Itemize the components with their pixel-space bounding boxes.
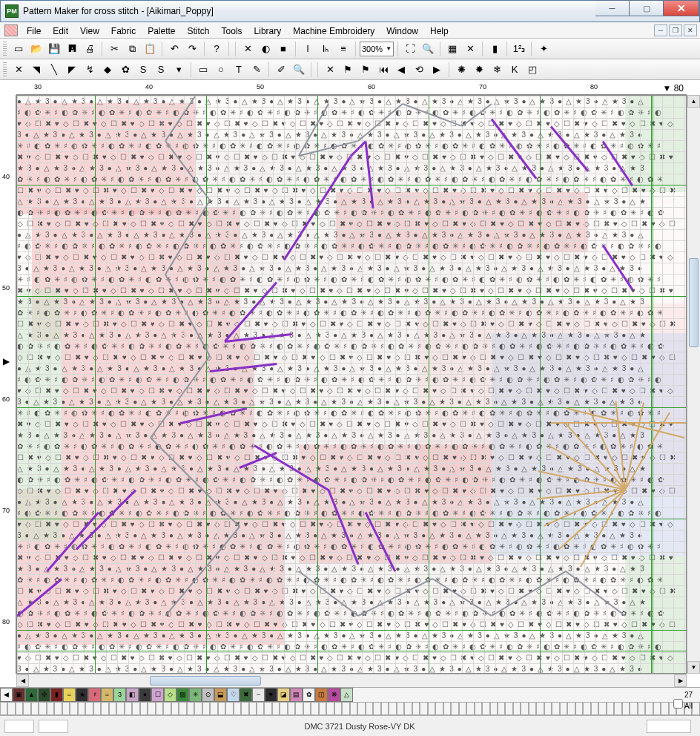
palette-cell[interactable] <box>179 702 186 716</box>
palette-cell[interactable] <box>350 702 357 716</box>
palette-cell[interactable] <box>171 702 179 716</box>
palette-prev-button[interactable]: ◀ <box>0 688 13 702</box>
palette-cell[interactable] <box>132 702 139 716</box>
palette-swatch-24[interactable]: ◫ <box>315 688 328 702</box>
palette-cell[interactable] <box>544 702 552 716</box>
help-icon[interactable]: ? <box>208 41 225 57</box>
zoom-combo[interactable]: 300%▼ <box>360 42 394 56</box>
hscroll-thumb[interactable] <box>150 676 261 686</box>
zoom-extents-icon[interactable]: 🔍 <box>420 41 436 57</box>
eyedrop-icon[interactable]: ✐ <box>273 62 289 78</box>
flag2-icon[interactable]: ⚑ <box>357 62 374 78</box>
close-button[interactable]: ✕ <box>664 0 699 16</box>
palette-cell[interactable] <box>575 702 583 716</box>
palette-cell[interactable] <box>234 702 241 716</box>
palette-cell[interactable] <box>272 702 280 716</box>
nav-rewind-icon[interactable]: ⟲ <box>411 62 427 78</box>
palette-cell[interactable] <box>428 702 435 716</box>
palette-swatch-21[interactable]: ◪ <box>277 688 290 702</box>
palette-cell[interactable] <box>140 702 148 716</box>
palette-cell[interactable] <box>225 702 233 716</box>
full-x-icon[interactable]: ✕ <box>10 62 27 78</box>
quarter-icon[interactable]: ╲ <box>46 62 62 78</box>
palette-all-checkbox[interactable] <box>673 699 683 709</box>
palette-cell[interactable] <box>645 702 653 716</box>
palette-swatch-14[interactable]: ✳ <box>189 688 202 702</box>
redo-icon[interactable]: ↷ <box>184 41 200 57</box>
info-icon[interactable]: I <box>300 41 316 57</box>
palette-cell[interactable] <box>62 702 70 716</box>
palette-cell[interactable] <box>85 702 93 716</box>
pattern-canvas[interactable]: ●△★3●△★3●△★3●△★3●△★3●△★3●△★3●△★3●△★3●△★3… <box>16 95 687 674</box>
palette-cell[interactable] <box>630 702 637 716</box>
palette-cell[interactable] <box>78 702 85 716</box>
palette-cell[interactable] <box>210 702 217 716</box>
palette-cell[interactable] <box>70 702 77 716</box>
palette-swatch-19[interactable]: − <box>252 688 265 702</box>
palette-swatch-17[interactable]: ♡ <box>227 688 240 702</box>
palette-cell[interactable] <box>381 702 389 716</box>
palette-swatch-3[interactable]: ▮ <box>50 688 63 702</box>
palette-cell[interactable] <box>536 702 544 716</box>
menu-stitch[interactable]: Stitch <box>182 24 216 39</box>
dropdown-icon[interactable]: ▾ <box>171 62 187 78</box>
palette-cell[interactable] <box>303 702 311 716</box>
palette-cell[interactable] <box>622 702 630 716</box>
palette-cell[interactable] <box>241 702 248 716</box>
palette-swatch-11[interactable]: ☐ <box>151 688 164 702</box>
palette-cell[interactable] <box>101 702 108 716</box>
symbol-s-icon[interactable]: S <box>153 62 169 78</box>
k-icon[interactable]: K <box>506 62 523 78</box>
menu-machine-embroidery[interactable]: Machine Embroidery <box>287 24 380 39</box>
palette-cell[interactable] <box>249 702 257 716</box>
palette-cell[interactable] <box>116 702 124 716</box>
magnify-icon[interactable]: 🔍 <box>291 62 307 78</box>
palette-cell[interactable] <box>614 702 621 716</box>
vscroll-thumb[interactable] <box>689 258 699 347</box>
mdi-close-button[interactable]: ✕ <box>684 24 697 36</box>
palette-cell[interactable] <box>218 702 225 716</box>
solid-icon[interactable]: ■ <box>275 41 291 57</box>
palette-swatch-6[interactable]: ♯ <box>88 688 101 702</box>
corner-icon[interactable]: ◰ <box>524 62 541 78</box>
palette-cell[interactable] <box>661 702 668 716</box>
menu-edit[interactable]: Edit <box>47 24 74 39</box>
menu-tools[interactable]: Tools <box>216 24 248 39</box>
palette-cell[interactable] <box>125 702 132 716</box>
scroll-left-button[interactable]: ◀ <box>16 674 29 687</box>
palette-cell[interactable] <box>475 702 482 716</box>
palette-cell[interactable] <box>31 702 39 716</box>
palette-cell[interactable] <box>490 702 498 716</box>
palette-cell[interactable] <box>443 702 451 716</box>
palette-cell[interactable] <box>552 702 559 716</box>
palette-cell[interactable] <box>288 702 295 716</box>
palette-swatch-1[interactable]: ▲ <box>25 688 38 702</box>
menu-library[interactable]: Library <box>248 24 288 39</box>
palette-cell[interactable] <box>521 702 528 716</box>
text-height-icon[interactable]: Iₕ <box>317 41 334 57</box>
save-icon[interactable]: 💾 <box>46 41 62 57</box>
palette-swatch-18[interactable]: ✖ <box>240 688 252 702</box>
palette-swatch-12[interactable]: ◇ <box>164 688 176 702</box>
palette-cell[interactable] <box>498 702 505 716</box>
back-icon[interactable]: ◤ <box>64 62 80 78</box>
sparkle-icon[interactable]: ✦ <box>535 41 552 57</box>
palette-swatch-4[interactable]: = <box>63 688 76 702</box>
palette-cell[interactable] <box>459 702 466 716</box>
font-icon[interactable]: ≡ <box>335 41 351 57</box>
nav-first-icon[interactable]: ⏮ <box>375 62 392 78</box>
special-icon[interactable]: S <box>135 62 151 78</box>
palette-swatch-0[interactable]: ▣ <box>13 688 25 702</box>
palette-cell[interactable] <box>163 702 171 716</box>
x-stitch-icon[interactable]: ✕ <box>240 41 256 57</box>
palette-cell[interactable] <box>435 702 443 716</box>
menu-palette[interactable]: Palette <box>142 24 181 39</box>
palette-cell[interactable] <box>187 702 194 716</box>
fill-icon[interactable]: ◐ <box>257 41 274 57</box>
current-color-swatch[interactable] <box>4 24 18 36</box>
print-icon[interactable]: 🖨 <box>82 41 98 57</box>
palette-cell[interactable] <box>420 702 427 716</box>
palette-cell[interactable] <box>404 702 412 716</box>
mdi-restore-button[interactable]: ❐ <box>669 24 682 36</box>
palette-cell[interactable] <box>397 702 404 716</box>
